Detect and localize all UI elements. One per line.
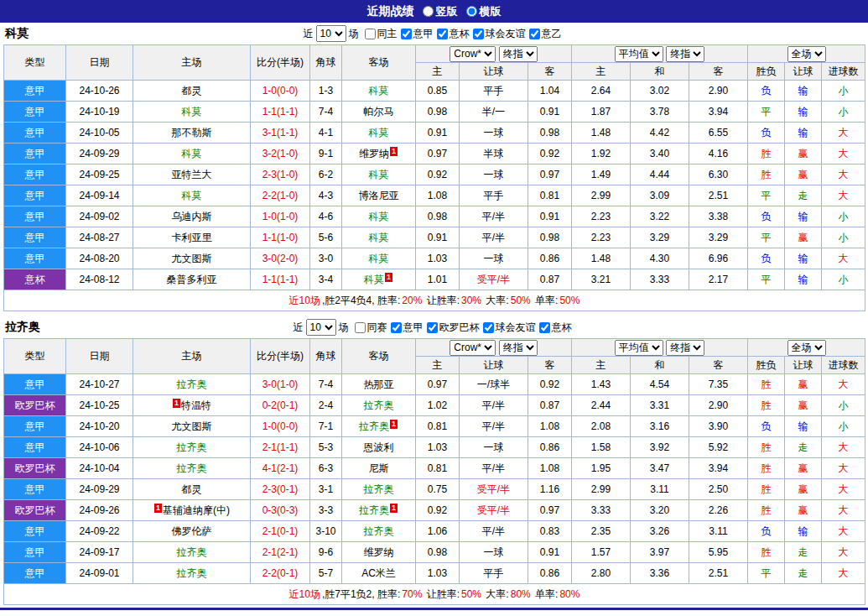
team-link[interactable]: 佛罗伦萨	[172, 525, 212, 537]
team-title: 拉齐奥	[5, 320, 40, 335]
scope-select[interactable]: 全场	[787, 340, 826, 356]
wdl-result-cell: 平	[748, 269, 785, 290]
team-link[interactable]: 桑普多利亚	[167, 274, 217, 285]
odds-stage-select[interactable]: 终指	[499, 46, 538, 62]
team-link[interactable]: 那不勒斯	[172, 127, 212, 138]
filter-checkbox[interactable]	[529, 29, 540, 39]
filter-checkbox[interactable]	[401, 29, 412, 39]
filter-球会友谊[interactable]: 球会友谊	[483, 321, 536, 335]
filter-checkbox[interactable]	[391, 322, 402, 333]
filter-球会友谊[interactable]: 球会友谊	[473, 27, 526, 41]
team-link[interactable]: 亚特兰大	[172, 169, 212, 180]
col-header-home: 主场	[133, 45, 251, 81]
vertical-layout-radio[interactable]	[423, 6, 434, 17]
avg-away-odds-cell: 2.17	[689, 269, 748, 290]
team-link[interactable]: 都灵	[182, 85, 202, 97]
filter-checkbox[interactable]	[483, 322, 494, 333]
filter-checkbox[interactable]	[427, 322, 438, 333]
team-link[interactable]: 博洛尼亚	[359, 190, 399, 201]
team-link[interactable]: 科莫	[369, 211, 389, 222]
team-link[interactable]: 维罗纳1	[359, 148, 398, 159]
filter-checkbox[interactable]	[473, 29, 484, 39]
horizontal-layout-radio[interactable]	[466, 6, 477, 17]
team-link[interactable]: 科莫	[369, 85, 389, 97]
home-odds-cell: 0.85	[416, 81, 460, 102]
team-link[interactable]: 拉齐奥	[177, 567, 207, 579]
scope-select[interactable]: 全场	[787, 46, 826, 62]
date-cell: 24-08-12	[66, 269, 133, 290]
match-row: 意甲24-09-14科莫2-2(1-0)4-3博洛尼亚1.08平手0.812.9…	[4, 185, 865, 206]
league-cell: 意甲	[4, 123, 66, 144]
subheader-avg-draw: 和	[631, 357, 689, 374]
team-link[interactable]: 1基辅迪纳摩(中)	[153, 504, 230, 516]
goals-result-cell: 大	[822, 458, 865, 479]
team-link[interactable]: 拉齐奥1	[359, 420, 398, 432]
filter-意甲[interactable]: 意甲	[401, 27, 434, 41]
filter-同主[interactable]: 同主	[365, 27, 398, 41]
summary-part: 50%	[461, 588, 481, 600]
team-link[interactable]: 科莫	[182, 106, 202, 117]
average-select[interactable]: 平均值	[615, 46, 663, 62]
team-link[interactable]: 卡利亚里	[172, 232, 212, 243]
odds-company-select[interactable]: Crow*	[450, 340, 496, 356]
team-link[interactable]: 尤文图斯	[172, 420, 212, 432]
como-matches-table: 类型 日期 主场 比分(半场) 角球 客场 Crow* 终指 平均值 终指 全场	[3, 44, 865, 311]
team-link[interactable]: 尤文图斯	[172, 253, 212, 264]
team-link[interactable]: 拉齐奥	[177, 378, 207, 390]
team-link[interactable]: 拉齐奥	[364, 525, 394, 537]
filter-checkbox[interactable]	[355, 322, 366, 333]
team-link[interactable]: 科莫	[182, 148, 202, 159]
team-link[interactable]: 1特温特	[172, 399, 211, 411]
layout-option-horizontal[interactable]: 横版	[466, 4, 502, 19]
average-select[interactable]: 平均值	[615, 340, 663, 356]
filter-意杯[interactable]: 意杯	[539, 321, 572, 335]
filter-同赛[interactable]: 同赛	[355, 321, 387, 335]
avg-home-odds-cell: 1.43	[572, 374, 631, 395]
team-link[interactable]: 拉齐奥	[177, 441, 207, 453]
team-link[interactable]: 拉齐奥1	[359, 504, 398, 516]
filter-意杯[interactable]: 意杯	[437, 27, 470, 41]
match-row: 意甲24-09-01拉齐奥2-2(0-1)5-7AC米兰1.03平手0.862.…	[4, 563, 865, 584]
average-stage-select[interactable]: 终指	[666, 340, 704, 356]
team-link[interactable]: 拉齐奥	[177, 546, 207, 558]
recent-count-select[interactable]: 10	[316, 25, 346, 42]
avg-draw-odds-cell: 3.78	[631, 102, 689, 123]
filter-意甲[interactable]: 意甲	[391, 321, 424, 335]
team-link[interactable]: 科莫1	[364, 274, 393, 285]
goals-result-cell: 大	[822, 563, 865, 584]
team-link[interactable]: 帕尔马	[364, 106, 394, 117]
team-link[interactable]: 科莫	[369, 127, 389, 138]
team-link[interactable]: 科莫	[182, 190, 202, 201]
team-link[interactable]: 尼斯	[369, 462, 389, 474]
team-link[interactable]: 拉齐奥	[364, 483, 394, 495]
team-link[interactable]: 拉齐奥	[364, 399, 394, 411]
team-link[interactable]: 乌迪内斯	[172, 211, 212, 222]
avg-home-odds-cell: 3.21	[572, 269, 631, 290]
average-stage-select[interactable]: 终指	[666, 46, 704, 62]
filter-意乙[interactable]: 意乙	[529, 27, 562, 41]
col-header-away: 客场	[342, 339, 416, 374]
filter-checkbox[interactable]	[365, 29, 376, 39]
team-link[interactable]: 科莫	[369, 253, 389, 264]
team-link[interactable]: 科莫	[369, 232, 389, 243]
filter-checkbox[interactable]	[437, 29, 448, 39]
team-link[interactable]: 维罗纳	[364, 546, 394, 558]
away-team-cell: 科莫	[342, 164, 416, 185]
team-link[interactable]: 恩波利	[364, 441, 394, 453]
team-link[interactable]: 热那亚	[364, 378, 394, 390]
odds-company-select[interactable]: Crow*	[450, 46, 496, 62]
score-cell: 1-1(1-0)	[251, 227, 310, 248]
layout-option-vertical[interactable]: 竖版	[423, 4, 458, 19]
away-odds-cell: 0.86	[528, 248, 572, 269]
score-cell: 2-1(0-1)	[251, 521, 310, 542]
filter-checkbox[interactable]	[539, 322, 550, 333]
avg-away-odds-cell: 6.30	[689, 164, 748, 185]
odds-stage-select[interactable]: 终指	[499, 340, 538, 356]
team-link[interactable]: 拉齐奥	[177, 462, 207, 474]
recent-count-select[interactable]: 10	[306, 319, 336, 336]
team-link[interactable]: AC米兰	[361, 567, 396, 579]
team-link[interactable]: 科莫	[369, 169, 389, 180]
filter-欧罗巴杯[interactable]: 欧罗巴杯	[427, 321, 480, 335]
team-link[interactable]: 都灵	[182, 483, 202, 495]
handicap-line-cell: 平手	[460, 563, 528, 584]
